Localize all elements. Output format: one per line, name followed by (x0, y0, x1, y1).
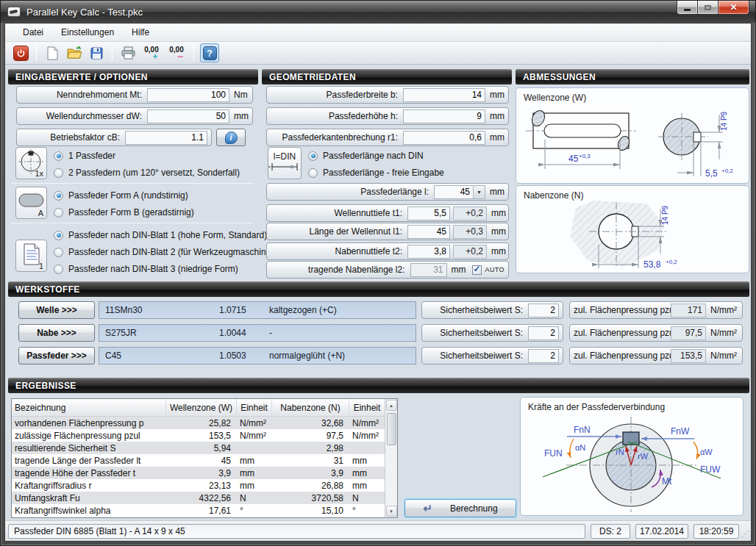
radio-1-passfeder[interactable]: 1 Passfeder (54, 150, 115, 162)
help-button[interactable]: ? (200, 43, 219, 62)
kantenbrechung-input[interactable]: 0,6 (403, 131, 485, 145)
maximize-button[interactable] (698, 1, 718, 15)
material-name: S275JR (99, 328, 219, 338)
field-unit: mm (485, 187, 504, 197)
scrollbar-thumb[interactable] (387, 413, 396, 445)
table-row[interactable]: Umfangskraft Fu4322,56N3720,58N (12, 492, 385, 504)
column-header[interactable]: Einheit (237, 399, 272, 416)
open-file-button[interactable] (65, 44, 84, 62)
nabennuttiefe-input[interactable]: 3,8 (407, 245, 450, 259)
info-button[interactable]: i (216, 129, 246, 146)
column-header[interactable]: Einheit (349, 399, 385, 416)
passfederhoehe-input[interactable]: 9 (403, 109, 485, 123)
material-number: 1.0044 (219, 328, 269, 338)
cell: 25,82 (166, 417, 237, 429)
column-header[interactable]: Nabenzone (N) (272, 399, 349, 416)
nabenlaenge-input[interactable]: 31 (410, 263, 447, 277)
radio-laenge-frei[interactable]: Passfederlänge - freie Eingabe (308, 167, 444, 179)
radio-laenge-din[interactable]: Passfederlänge nach DIN (308, 150, 424, 162)
menu-datei[interactable]: Datei (14, 24, 52, 40)
decimal-add-button[interactable]: 0,00 + (140, 43, 163, 62)
cell: mm (349, 454, 385, 467)
toolbar-separator (112, 45, 113, 61)
scroll-up-icon[interactable]: ▲ (386, 400, 397, 411)
cell: N (349, 492, 385, 504)
radio-2-passfedern[interactable]: 2 Passfedern (um 120° versetzt, Sonderfa… (54, 167, 240, 179)
field-unit: N/mm² (706, 351, 738, 361)
field-label: Nabennuttiefe t2: (271, 246, 407, 256)
save-button[interactable] (87, 44, 106, 62)
separator (11, 183, 254, 184)
label-fun: FUN (544, 448, 563, 459)
minimize-button[interactable] (677, 1, 698, 15)
cell: N (237, 492, 272, 504)
new-document-icon (46, 46, 59, 60)
icon-badge: 1 (39, 262, 43, 270)
chevron-down-icon[interactable]: ▼ (473, 186, 485, 198)
printer-icon (121, 46, 135, 60)
table-row[interactable]: resultierende Sicherheit S5,942,98 (12, 442, 385, 454)
table-row[interactable]: vorhandenen Flächenpressung p25,82N/mm²3… (12, 417, 385, 429)
nabe-button[interactable]: Nabe >>> (18, 324, 95, 342)
table-row[interactable]: zulässige Flächenpressung pzul153,5N/mm²… (12, 429, 385, 442)
radio-din-blatt-1[interactable]: Passfeder nach DIN-Blatt 1 (hohe Form, S… (54, 229, 267, 241)
laenge-wellennut-input[interactable]: 45 (407, 225, 450, 239)
passfeder-button[interactable]: Passfeder >>> (18, 347, 95, 364)
radio-form-b[interactable]: Passfeder Form B (geradstirnig) (54, 206, 194, 218)
new-file-button[interactable] (43, 44, 62, 62)
passfeder-material-field[interactable]: C45 1.0503 normalgeglüht (+N) (99, 347, 416, 364)
title-bar[interactable]: Parallel Key Calc - Test.pkc ✕ (1, 1, 755, 23)
decimal-remove-button[interactable]: 0,00 − (165, 43, 188, 62)
forces-diagram: Kräfte an der Passfederverbindung (520, 397, 743, 516)
exit-button[interactable] (11, 44, 30, 62)
help-icon: ? (203, 46, 217, 60)
cell: 15,10 (272, 504, 349, 517)
radio-form-a[interactable]: Passfeder Form A (rundstirnig) (54, 190, 188, 201)
row-kantenbrechung: Passfederkantenbrechung r1: 0,6 mm (266, 129, 509, 146)
label-rn: rN (616, 448, 624, 456)
resize-grip[interactable]: ⋰ (741, 529, 749, 539)
field-unit: mm (487, 226, 504, 237)
radio-label: Passfederlänge nach DIN (323, 151, 424, 161)
table-row[interactable]: Kraftangriffsradius r23,13mm26,88mm (12, 479, 385, 492)
column-header[interactable]: Bezeichnung (12, 399, 166, 416)
berechnung-button[interactable]: ↵ Berechnung (404, 499, 516, 517)
sicherheit-input[interactable]: 2 (528, 303, 559, 317)
scroll-down-icon[interactable]: ▼ (386, 506, 397, 517)
nabe-material-field[interactable]: S275JR 1.0044 - (99, 324, 416, 342)
field-label: Passfederhöhe h: (271, 111, 403, 121)
sicherheit-input[interactable]: 2 (528, 349, 559, 363)
auto-checkbox[interactable] (472, 265, 482, 275)
wellendurchmesser-input[interactable]: 50 (147, 109, 229, 123)
table-scrollbar[interactable]: ▲ ▼ (385, 399, 397, 517)
betriebsfaktor-input[interactable]: 1.1 (125, 131, 207, 145)
close-button[interactable]: ✕ (718, 1, 749, 15)
key-form-icon: A (15, 187, 47, 219)
sicherheit-input[interactable]: 2 (528, 326, 559, 340)
toolbar-separator (36, 45, 37, 61)
welle-button[interactable]: Welle >>> (18, 301, 95, 319)
wellennuttiefe-input[interactable]: 5,5 (407, 206, 450, 220)
radio-icon (54, 248, 63, 257)
welle-material-field[interactable]: 11SMn30 1.0715 kaltgezogen (+C) (99, 301, 416, 319)
dim-keyway-length: 45 (568, 154, 579, 164)
table-row[interactable]: Kraftangriffswinkel alpha17,61°15,10° (12, 504, 385, 517)
table-row[interactable]: tragende Länge der Passfeder lt45mm31mm (12, 454, 385, 467)
menu-hilfe[interactable]: Hilfe (123, 24, 158, 40)
passfederlaenge-combobox[interactable]: 45 ▼ (434, 185, 485, 199)
cell: 97,5 (272, 429, 349, 442)
cell: N/mm² (237, 429, 272, 442)
passfederbreite-input[interactable]: 14 (403, 88, 485, 102)
column-header[interactable]: Wellenzone (W) (166, 399, 237, 416)
field-label: zul. Flächenpressung pzul: (574, 305, 671, 315)
menu-einstellungen[interactable]: Einstellungen (52, 24, 123, 40)
print-button[interactable] (118, 44, 138, 62)
table-row[interactable]: tragende Höhe der Passfeder t3,9mm3,9mm (12, 467, 385, 479)
app-icon[interactable] (7, 7, 21, 17)
radio-icon (54, 231, 63, 240)
radio-din-blatt-2[interactable]: Passfeder nach DIN-Blatt 2 (für Werkzeug… (54, 246, 279, 258)
radio-din-blatt-3[interactable]: Passfeder nach DIN-Blatt 3 (niedrige For… (54, 263, 238, 275)
field-label: Passfederlänge l: (271, 187, 434, 197)
nenndrehmoment-input[interactable]: 100 (147, 88, 229, 102)
field-unit: mm (487, 208, 504, 218)
